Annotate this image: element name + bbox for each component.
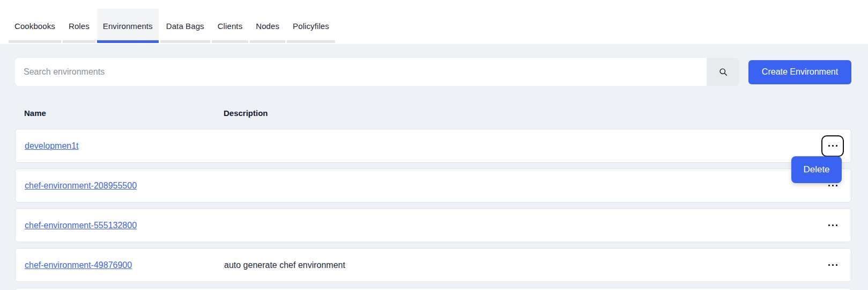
tab-roles[interactable]: Roles: [63, 9, 95, 43]
environment-link[interactable]: developmen1t: [25, 141, 79, 150]
ellipsis-icon: [828, 185, 830, 186]
tab-environments[interactable]: Environments: [97, 9, 159, 43]
tab-label: Cookbooks: [14, 21, 55, 31]
tab-data-bags[interactable]: Data Bags: [160, 9, 210, 43]
search-button[interactable]: [707, 58, 739, 86]
environment-link[interactable]: chef-environment-208955500: [25, 181, 137, 190]
search-group: [15, 58, 739, 86]
tab-label: Nodes: [256, 21, 279, 31]
table-header: Name Description: [24, 108, 851, 118]
table-row: developmen1t Delete: [15, 129, 851, 163]
table-row: chef-environment-49876900 auto generate …: [15, 248, 851, 282]
tab-clients[interactable]: Clients: [212, 9, 249, 43]
row-menu-button[interactable]: [821, 135, 844, 157]
environment-link[interactable]: chef-environment-49876900: [25, 260, 132, 270]
delete-menu-item[interactable]: Delete: [791, 156, 842, 183]
column-header-description: Description: [224, 108, 851, 118]
name-cell: chef-environment-208955500: [25, 181, 224, 191]
tab-label: Roles: [69, 21, 90, 31]
tab-label: Data Bags: [166, 21, 204, 31]
row-actions: [821, 249, 844, 281]
tab-bar: Cookbooks Roles Environments Data Bags C…: [0, 0, 868, 44]
table-row: chef-environment-555132800: [15, 208, 851, 242]
tab-nodes[interactable]: Nodes: [250, 9, 285, 43]
name-cell: chef-environment-49876900: [25, 260, 224, 270]
ellipsis-icon: [828, 264, 830, 266]
row-menu-button[interactable]: [821, 255, 844, 276]
column-header-name: Name: [24, 108, 224, 118]
tab-policyfiles[interactable]: Policyfiles: [287, 9, 335, 43]
table-row-partial: [15, 288, 851, 290]
ellipsis-icon: [828, 145, 830, 147]
tab-label: Environments: [103, 21, 153, 31]
environments-page: Create Environment Name Description deve…: [15, 58, 851, 290]
resource-tabs: Cookbooks Roles Environments Data Bags C…: [9, 9, 335, 43]
search-input[interactable]: [15, 58, 707, 86]
name-cell: chef-environment-555132800: [25, 221, 224, 230]
name-cell: developmen1t: [25, 141, 224, 151]
environments-table: developmen1t Delete chef-environment-208…: [15, 129, 851, 290]
toolbar: Create Environment: [15, 58, 851, 86]
tab-label: Policyfiles: [293, 21, 329, 31]
environment-link[interactable]: chef-environment-555132800: [25, 221, 137, 230]
row-actions: Delete: [821, 129, 844, 162]
ellipsis-icon: [828, 224, 830, 226]
create-environment-button[interactable]: Create Environment: [748, 60, 851, 84]
description-cell: auto generate chef environment: [224, 260, 821, 270]
search-icon: [718, 67, 729, 77]
table-row: chef-environment-208955500: [15, 169, 851, 202]
row-menu-button[interactable]: [821, 215, 844, 236]
tab-label: Clients: [218, 21, 243, 31]
tab-cookbooks[interactable]: Cookbooks: [9, 9, 61, 43]
row-actions: [821, 209, 844, 242]
